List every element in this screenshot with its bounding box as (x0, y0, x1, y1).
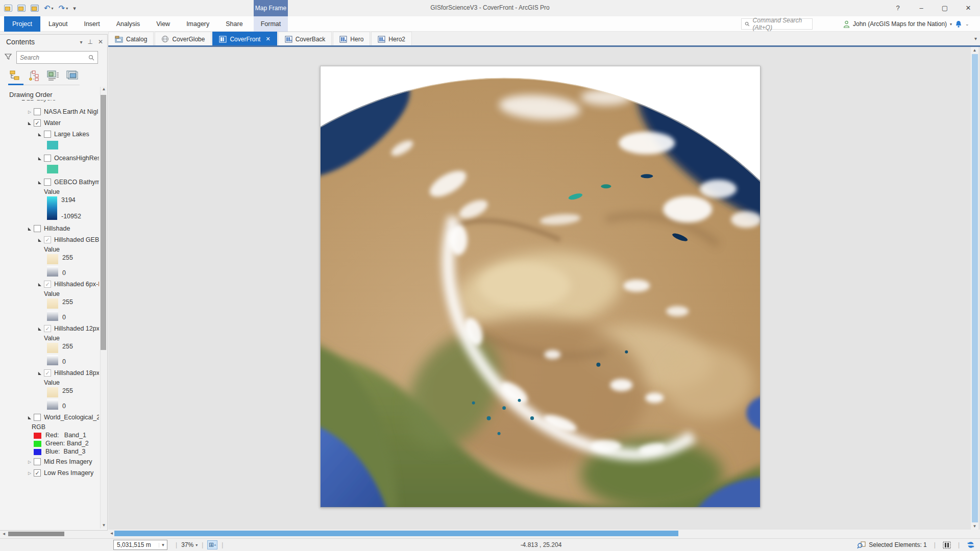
layer-checkbox[interactable] (34, 225, 41, 232)
help-button[interactable]: ? (886, 0, 910, 15)
map-horizontal-scroll-thumb[interactable] (114, 531, 678, 536)
layout-grid-icon[interactable]: ⊞+ (207, 540, 217, 549)
view-tab-coverfront[interactable]: CoverFront✕ (212, 32, 277, 46)
view-tab-coverback[interactable]: CoverBack (278, 32, 332, 46)
layer-group-row-cut[interactable]: ◢2D Layers (0, 100, 99, 106)
layer-row[interactable]: ◢✓Hillshaded 18px- (0, 367, 99, 379)
scroll-up-icon[interactable]: ▲ (101, 87, 107, 91)
layer-checkbox[interactable] (44, 179, 51, 186)
collapse-arrow-icon[interactable]: ◢ (37, 180, 43, 185)
open-project-icon[interactable] (17, 5, 26, 12)
collapse-arrow-icon[interactable]: ◢ (37, 238, 43, 242)
contents-horizontal-scroll-thumb[interactable] (8, 532, 64, 536)
layer-checkbox[interactable]: ✓ (44, 369, 51, 377)
user-menu-chevron-icon[interactable]: ⌄ (965, 21, 969, 27)
layer-row[interactable]: ▷Mid Res Imagery (0, 456, 99, 467)
scroll-down-icon[interactable]: ▼ (101, 523, 107, 528)
list-by-snapping-icon[interactable] (65, 68, 79, 83)
layout-page[interactable] (320, 66, 761, 508)
view-tab-hero2[interactable]: Hero2 (371, 32, 412, 46)
view-tab-hero[interactable]: Hero (333, 32, 370, 46)
view-tab-catalog[interactable]: Catalog (108, 32, 154, 46)
ribbon-tab-share[interactable]: Share (217, 16, 251, 32)
scroll-up-icon[interactable]: ▲ (971, 47, 978, 53)
ribbon-tab-insert[interactable]: Insert (76, 16, 108, 32)
layer-checkbox[interactable] (44, 155, 51, 162)
expand-arrow-icon[interactable]: ▷ (27, 471, 33, 475)
close-button[interactable]: ✕ (957, 0, 980, 15)
layer-row[interactable]: ◢OceansHighRes (0, 153, 99, 164)
layer-checkbox[interactable]: ✓ (44, 325, 51, 332)
close-tab-icon[interactable]: ✕ (265, 36, 270, 42)
layer-row[interactable]: ◢Large Lakes (0, 129, 99, 140)
notifications-bell-icon[interactable] (955, 20, 962, 28)
undo-icon[interactable]: ↶▾ (44, 4, 54, 13)
list-by-selection-icon[interactable] (46, 68, 60, 83)
layer-checkbox[interactable]: ✓ (44, 236, 51, 243)
chevron-down-icon[interactable]: ▼ (159, 543, 167, 547)
collapse-arrow-icon[interactable]: ◢ (27, 415, 33, 420)
scroll-left-icon[interactable]: ▲ (2, 531, 6, 537)
map-vertical-scroll-thumb[interactable] (972, 54, 978, 522)
contents-vertical-scroll-thumb[interactable] (101, 95, 106, 350)
new-project-icon[interactable] (4, 5, 12, 12)
view-tab-coverglobe[interactable]: CoverGlobe (155, 32, 211, 46)
layer-checkbox[interactable]: ✓ (44, 281, 51, 288)
list-by-drawing-order-icon[interactable] (8, 68, 22, 83)
collapse-arrow-icon[interactable]: ◢ (27, 227, 33, 231)
ribbon-collapse-chevron-icon[interactable]: ▾ (974, 36, 977, 41)
layer-row[interactable]: ◢✓Hillshaded 6px-B (0, 279, 99, 290)
zoom-to-selection-icon[interactable] (857, 541, 866, 549)
ribbon-tab-analysis[interactable]: Analysis (108, 16, 149, 32)
list-by-source-icon[interactable] (27, 68, 41, 83)
layer-checkbox[interactable] (34, 458, 41, 465)
layer-checkbox[interactable] (34, 108, 41, 115)
collapse-arrow-icon[interactable]: ◢ (27, 121, 33, 126)
collapse-arrow-icon[interactable]: ◢ (37, 371, 43, 375)
minimize-button[interactable]: ‒ (910, 0, 933, 15)
collapse-arrow-icon[interactable]: ◢ (20, 100, 27, 101)
save-project-icon[interactable] (31, 5, 39, 12)
zoom-level-dropdown[interactable]: 37% ▾ (181, 541, 198, 548)
customize-quick-access-icon[interactable]: ▾ (73, 5, 76, 12)
expand-arrow-icon[interactable]: ▷ (27, 460, 33, 464)
layer-row[interactable]: ◢✓Hillshaded GEBC (0, 234, 99, 245)
collapse-arrow-icon[interactable]: ◢ (37, 282, 43, 287)
pane-menu-chevron-icon[interactable]: ▾ (80, 39, 82, 45)
redo-icon[interactable]: ↷▾ (59, 4, 68, 13)
layer-row[interactable]: ▷✓Low Res Imagery (0, 467, 99, 479)
layer-label: Hillshaded GEBC (54, 236, 99, 243)
pane-pin-icon[interactable]: ⊥ (87, 38, 92, 45)
layer-checkbox[interactable]: ✓ (34, 469, 41, 477)
ribbon-tab-imagery[interactable]: Imagery (178, 16, 217, 32)
ribbon-tab-project[interactable]: Project (4, 16, 40, 32)
signed-in-user[interactable]: John (ArcGIS Maps for the Nation) ▾ ⌄ (843, 18, 969, 30)
ribbon-tab-view[interactable]: View (148, 16, 178, 32)
layer-row[interactable]: ◢Hillshade (0, 223, 99, 234)
collapse-arrow-icon[interactable]: ◢ (37, 327, 43, 331)
contents-search-input[interactable]: Search (16, 51, 98, 64)
scroll-left-icon[interactable]: ▲ (109, 530, 114, 537)
layer-row[interactable]: ▷NASA Earth At Nigl (0, 106, 99, 117)
filter-funnel-icon[interactable] (4, 53, 12, 61)
layout-pages-icon[interactable] (943, 541, 951, 549)
collapse-arrow-icon[interactable]: ◢ (37, 156, 43, 161)
layer-checkbox[interactable] (44, 131, 51, 138)
layout-icon (378, 36, 385, 43)
layer-checkbox[interactable]: ✓ (34, 119, 41, 127)
refresh-icon[interactable] (967, 541, 975, 549)
ribbon-tab-layout[interactable]: Layout (40, 16, 76, 32)
layer-row[interactable]: ◢World_Ecological_2 (0, 412, 99, 423)
layer-row[interactable]: ◢GEBCO Bathyme (0, 177, 99, 188)
pane-close-icon[interactable]: ✕ (98, 38, 103, 45)
scroll-down-icon[interactable]: ▼ (971, 524, 978, 529)
collapse-arrow-icon[interactable]: ◢ (37, 132, 43, 137)
map-scale-combo[interactable]: 5,031,515 m ▼ (113, 540, 167, 550)
command-search-input[interactable]: Command Search (Alt+Q) (741, 18, 813, 30)
maximize-button[interactable]: ▢ (933, 0, 957, 15)
layer-row[interactable]: ◢✓Hillshaded 12px- (0, 323, 99, 334)
tab-format[interactable]: Format (254, 16, 288, 32)
layer-checkbox[interactable] (34, 414, 41, 421)
layer-row[interactable]: ◢✓Water (0, 117, 99, 129)
expand-arrow-icon[interactable]: ▷ (27, 110, 33, 114)
